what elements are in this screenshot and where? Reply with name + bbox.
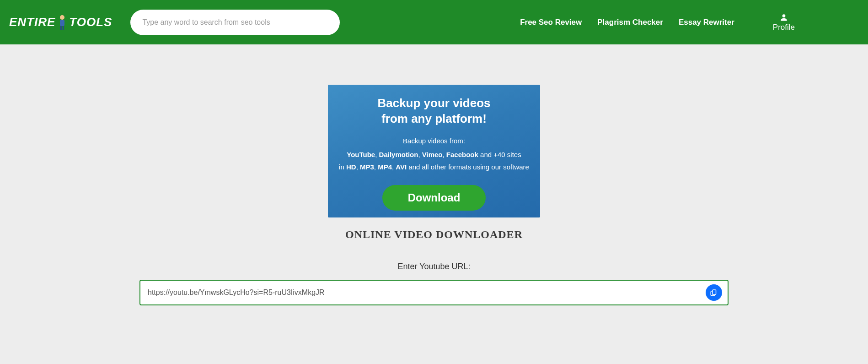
logo[interactable]: ENTIRE TOOLS	[9, 15, 112, 30]
logo-text-left: ENTIRE	[9, 15, 55, 29]
download-button[interactable]: Download	[382, 185, 486, 211]
logo-text-right: TOOLS	[69, 15, 112, 29]
nav-plagiarism-checker[interactable]: Plagrism Checker	[597, 18, 663, 27]
svg-rect-1	[60, 20, 64, 26]
search-input[interactable]	[130, 10, 340, 35]
profile-label: Profile	[773, 23, 795, 32]
svg-point-4	[782, 14, 786, 17]
main-content: Backup your videos from any platform! Ba…	[0, 44, 868, 305]
banner-description: YouTube, Dailymotion, Vimeo, Facebook an…	[328, 148, 540, 173]
svg-rect-3	[63, 26, 64, 30]
top-nav: Free Seo Review Plagrism Checker Essay R…	[520, 13, 859, 32]
nav-free-seo-review[interactable]: Free Seo Review	[520, 18, 582, 27]
banner-subtitle: Backup videos from:	[328, 137, 540, 145]
promo-banner: Backup your videos from any platform! Ba…	[328, 85, 540, 217]
page-title: ONLINE VIDEO DOWNLOADER	[0, 228, 868, 241]
banner-title-line1: Backup your videos	[377, 96, 490, 110]
logo-mascot-icon	[57, 15, 67, 30]
svg-rect-5	[713, 290, 716, 295]
nav-essay-rewriter[interactable]: Essay Rewriter	[679, 18, 734, 27]
banner-title-line2: from any platform!	[381, 112, 487, 125]
search-wrap	[130, 10, 340, 35]
youtube-url-input[interactable]	[139, 280, 729, 305]
clipboard-icon	[710, 288, 718, 297]
site-header: ENTIRE TOOLS Free Seo Review Plagrism Ch…	[0, 0, 868, 44]
svg-rect-2	[60, 26, 62, 30]
url-label: Enter Youtube URL:	[0, 262, 868, 272]
user-icon	[779, 13, 788, 23]
svg-point-0	[60, 15, 64, 20]
paste-button[interactable]	[706, 284, 722, 301]
profile-menu[interactable]: Profile	[773, 13, 795, 32]
url-input-row	[139, 280, 729, 305]
banner-title: Backup your videos from any platform!	[328, 96, 540, 127]
